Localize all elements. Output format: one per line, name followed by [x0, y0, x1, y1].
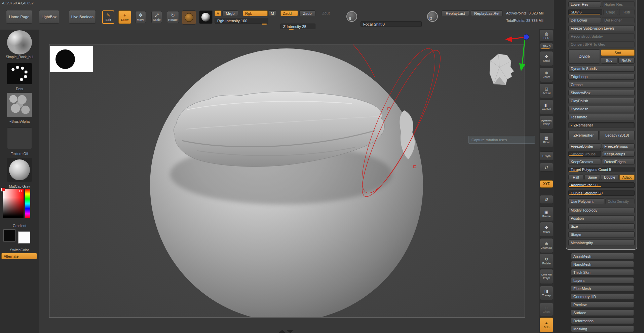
texture-thumbnail[interactable]: [7, 127, 32, 149]
lower-res-button[interactable]: Lower Res: [568, 1, 601, 7]
replay-last-rel-button[interactable]: ReplayLastRel: [471, 10, 503, 16]
same-button[interactable]: Same: [584, 175, 600, 180]
move-button[interactable]: ✥ Move: [135, 11, 146, 23]
sdiv-slider[interactable]: SDiv 6: [568, 9, 602, 15]
transparency-button[interactable]: ◨ Transp: [540, 286, 553, 300]
section-thick-skin[interactable]: Thick Skin: [571, 269, 634, 275]
section-shadowbox[interactable]: ShadowBox: [568, 90, 635, 96]
m-button[interactable]: M: [269, 10, 276, 16]
z-intensity-slider[interactable]: Z Intensity 25: [280, 24, 315, 29]
adapt-button[interactable]: Adapt: [619, 175, 635, 180]
target-polygons-slider[interactable]: Target Polygons Count 5: [568, 167, 635, 172]
material-thumbnail[interactable]: [7, 158, 32, 182]
section-dynamic-subdiv[interactable]: Dynamic Subdiv: [568, 66, 635, 72]
section-tessimate[interactable]: Tessimate: [568, 114, 635, 120]
actual-button[interactable]: ⊡ Actual: [540, 83, 553, 98]
section-mesh-integrity[interactable]: MeshIntegrity: [568, 239, 635, 246]
keep-creases-button[interactable]: KeepCreases: [568, 159, 601, 164]
alpha-thumbnail[interactable]: [7, 93, 32, 117]
section-geometry-hd[interactable]: Geometry HD: [571, 293, 634, 300]
current-color-swatch[interactable]: [1, 188, 5, 191]
detect-edges-button[interactable]: DetectEdges: [602, 159, 635, 164]
section-zremesher[interactable]: ● ZRemesher: [568, 122, 635, 128]
section-crease[interactable]: Crease: [568, 82, 635, 88]
current-brush-thumbnail[interactable]: [182, 10, 196, 25]
local-symmetry-button[interactable]: L.Sym: [540, 151, 553, 161]
smooth-groups-slider[interactable]: SmoothGroups: [568, 151, 601, 157]
section-fibermesh[interactable]: FiberMesh: [571, 285, 634, 292]
section-layers[interactable]: Layers: [571, 277, 634, 284]
section-modify-topology[interactable]: Modify Topology: [568, 207, 635, 213]
section-position[interactable]: Position: [568, 215, 635, 221]
brush-thumbnail[interactable]: [7, 30, 32, 54]
section-edgeloop[interactable]: EdgeLoop: [568, 74, 635, 80]
replay-last-button[interactable]: ReplayLast: [442, 10, 469, 16]
section-size[interactable]: Size: [568, 223, 635, 229]
frame-button[interactable]: ▣ Frame: [540, 207, 553, 221]
main-color-swatch[interactable]: [3, 229, 15, 242]
rotate-button[interactable]: ↻ Rotate: [167, 11, 179, 23]
zadd-button[interactable]: Zadd: [280, 10, 298, 16]
legacy-2018-button[interactable]: Legacy (2018): [600, 130, 635, 140]
smt-toggle[interactable]: Smt: [601, 49, 635, 56]
alternate-button[interactable]: Alternate: [1, 253, 37, 259]
stroke-replay-badge[interactable]: D: [427, 11, 438, 22]
a-toggle-button[interactable]: A: [215, 10, 221, 16]
use-polypaint-button[interactable]: Use Polypaint: [568, 198, 604, 204]
stroke-thumbnail[interactable]: [7, 63, 32, 84]
lightbox-button[interactable]: LightBox: [39, 10, 59, 24]
focal-shift-slider[interactable]: Focal Shift 0: [361, 21, 422, 27]
zremesher-button[interactable]: ZRemesher: [568, 130, 599, 140]
rotate-viewport-button[interactable]: ↻ Rotate: [540, 254, 553, 268]
section-nanomesh[interactable]: NanoMesh: [571, 261, 634, 267]
zoom-button[interactable]: ⊕ Zoom: [540, 67, 553, 82]
double-button[interactable]: Double: [601, 175, 618, 180]
section-arraymesh[interactable]: ArrayMesh: [571, 253, 634, 259]
freeze-subdivision-button[interactable]: Freeze SubDivision Levels: [568, 25, 635, 31]
move-viewport-button[interactable]: ✥ Move: [540, 222, 553, 237]
zoom3d-button[interactable]: ⊕ Zoom3D: [540, 238, 553, 253]
edit-button[interactable]: ✎ Edit: [102, 10, 114, 24]
curves-strength-slider[interactable]: Curves Strength 50: [568, 190, 635, 196]
secondary-color-swatch[interactable]: [18, 231, 30, 244]
freeze-border-button[interactable]: FreezeBorder: [568, 143, 601, 149]
polyframe-button[interactable]: Line Fill PolyF: [540, 269, 553, 284]
reuv-button[interactable]: ReUV: [618, 57, 635, 64]
symmetry-axes-button[interactable]: ⇄: [540, 163, 553, 172]
freeze-groups-button[interactable]: FreezeGroups: [602, 143, 635, 149]
del-lower-button[interactable]: Del Lower: [568, 17, 601, 23]
keep-groups-button[interactable]: KeepGroups: [602, 151, 635, 157]
solo-button[interactable]: ● Solo: [540, 318, 553, 332]
half-button[interactable]: Half: [568, 175, 583, 180]
hue-strip[interactable]: [25, 189, 30, 218]
section-masking[interactable]: Masking: [571, 326, 634, 332]
color-saturation-square[interactable]: [3, 189, 24, 218]
live-boolean-button[interactable]: Live Boolean: [69, 10, 96, 24]
section-surface[interactable]: Surface: [571, 309, 634, 316]
current-stroke-thumbnail[interactable]: [199, 10, 213, 24]
bpr-button[interactable]: ◍ BPR: [540, 30, 553, 42]
spix-slider[interactable]: SPix 3: [540, 43, 553, 50]
draw-button[interactable]: + Draw: [118, 10, 131, 24]
section-dynamesh[interactable]: DynaMesh: [568, 106, 635, 112]
scroll-button[interactable]: ✥ Scroll: [540, 51, 553, 66]
scale-button[interactable]: ⤢ Scale: [151, 11, 162, 23]
persp-button[interactable]: Dynamic Persp: [540, 116, 553, 129]
xyz-symmetry-button[interactable]: XYZ: [540, 180, 553, 188]
floor-button[interactable]: ▦ Floor: [540, 133, 553, 147]
rgb-button[interactable]: Rgb: [243, 10, 268, 16]
rgb-intensity-slider[interactable]: Rgb Intensity 100: [215, 18, 268, 24]
mrgb-button[interactable]: Mrgb: [222, 10, 238, 16]
adaptive-size-slider[interactable]: AdaptiveSize 50: [568, 182, 635, 188]
section-claypolish[interactable]: ClayPolish: [568, 98, 635, 104]
zsub-button[interactable]: Zsub: [299, 10, 315, 16]
home-page-button[interactable]: Home Page: [6, 10, 32, 24]
stroke-curve-badge[interactable]: S: [346, 11, 357, 22]
aahalf-button[interactable]: ◧ AAHalf: [540, 100, 553, 114]
section-stager[interactable]: Stager: [568, 231, 635, 237]
radial-symmetry-button[interactable]: ↺: [540, 195, 553, 204]
divide-button[interactable]: Divide: [568, 49, 600, 64]
section-deformation[interactable]: Deformation: [571, 318, 634, 324]
suv-button[interactable]: Suv: [601, 57, 617, 64]
document-canvas[interactable]: [49, 44, 525, 317]
